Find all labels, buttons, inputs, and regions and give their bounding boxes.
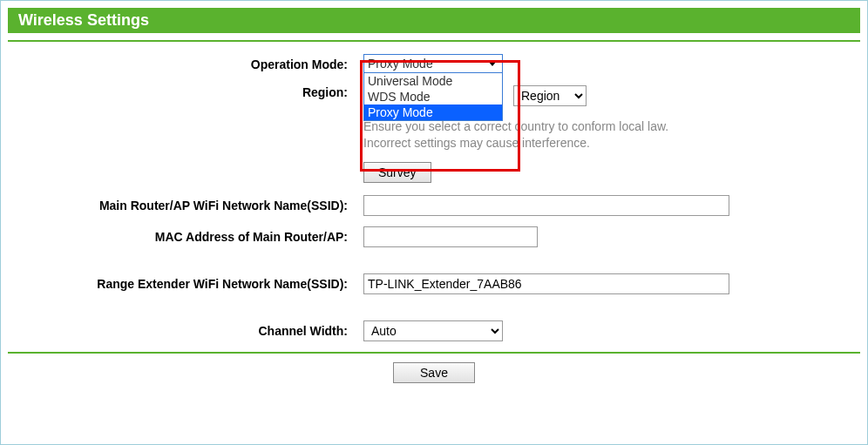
main-ssid-field [363,195,853,216]
row-mac: MAC Address of Main Router/AP: [15,226,853,247]
operation-mode-dropdown[interactable]: Proxy Mode Universal Mode WDS Mode Proxy… [363,54,503,121]
operation-mode-label: Operation Mode: [15,57,363,71]
operation-mode-option-proxy[interactable]: Proxy Mode [364,105,502,120]
settings-form: Operation Mode: Proxy Mode Universal Mod… [8,54,860,341]
row-save: Save [8,362,860,383]
row-channel-width: Channel Width: Auto [15,320,853,341]
channel-width-label: Channel Width: [15,324,363,338]
save-button[interactable]: Save [393,362,475,383]
extender-ssid-field [363,273,853,294]
top-divider [8,40,860,42]
mac-field [363,226,853,247]
row-survey: Survey [15,162,853,183]
operation-mode-selected-text: Proxy Mode [368,57,433,71]
channel-width-field: Auto [363,320,853,341]
region-select[interactable]: Region [513,85,587,106]
region-warning-line2: Incorrect settings may cause interferenc… [363,136,590,150]
operation-mode-selected[interactable]: Proxy Mode [364,55,502,73]
main-ssid-label: Main Router/AP WiFi Network Name(SSID): [15,199,363,212]
operation-mode-field: Proxy Mode Universal Mode WDS Mode Proxy… [363,54,853,75]
extender-ssid-label: Range Extender WiFi Network Name(SSID): [15,277,363,291]
extender-ssid-input[interactable] [363,273,729,294]
operation-mode-option-wds[interactable]: WDS Mode [364,89,502,105]
row-main-ssid: Main Router/AP WiFi Network Name(SSID): [15,195,853,216]
mac-input[interactable] [363,226,538,247]
region-warning-line1: Ensure you select a correct country to c… [363,119,668,133]
page-title: Wireless Settings [18,11,149,29]
row-operation-mode: Operation Mode: Proxy Mode Universal Mod… [15,54,853,75]
region-label: Region: [15,85,363,99]
region-warning: Ensure you select a correct country to c… [363,118,853,152]
main-ssid-input[interactable] [363,195,729,216]
page-title-bar: Wireless Settings [8,8,860,33]
chevron-down-icon [488,61,497,66]
row-extender-ssid: Range Extender WiFi Network Name(SSID): [15,273,853,294]
operation-mode-option-universal[interactable]: Universal Mode [364,73,502,89]
mac-label: MAC Address of Main Router/AP: [15,230,363,244]
survey-button[interactable]: Survey [363,162,431,183]
bottom-divider [8,352,860,354]
survey-field: Survey [363,162,853,183]
channel-width-select[interactable]: Auto [363,320,503,341]
